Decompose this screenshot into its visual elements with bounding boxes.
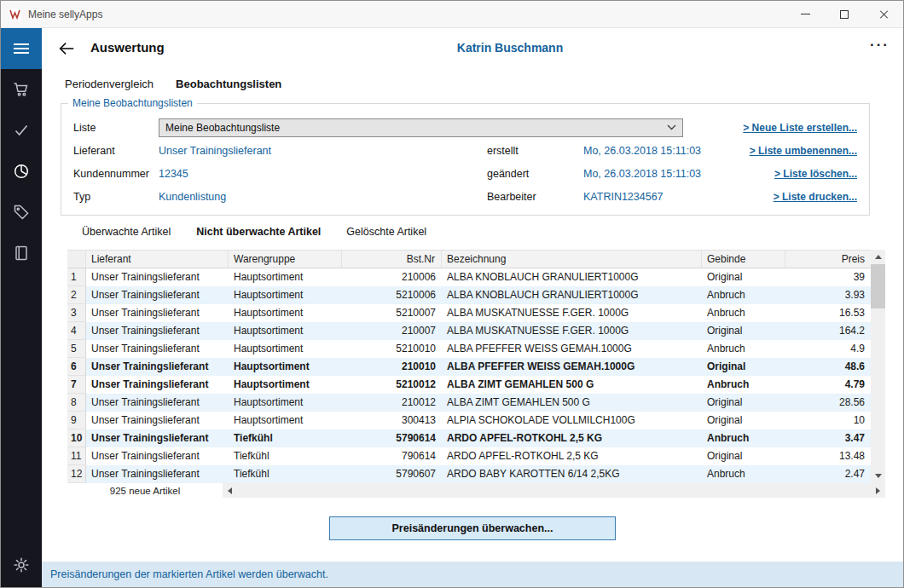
vertical-scrollbar xyxy=(871,250,885,483)
kundennummer-value: 12345 xyxy=(159,168,487,180)
vertical-scrollbar-thumb[interactable] xyxy=(871,264,885,308)
cell-gebinde: Anbruch xyxy=(702,340,785,358)
subtab-ueberwachte[interactable]: Überwachte Artikel xyxy=(82,226,171,243)
bearbeiter-label: Bearbeiter xyxy=(487,191,583,203)
minimize-button[interactable] xyxy=(785,1,825,28)
cell-gebinde: Anbruch xyxy=(702,465,785,483)
subtab-nicht-ueberwachte[interactable]: Nicht überwachte Artikel xyxy=(196,226,321,243)
settings-button[interactable] xyxy=(1,546,42,584)
header-warengruppe[interactable]: Warengruppe xyxy=(229,251,342,268)
scroll-left-button[interactable] xyxy=(223,483,237,498)
table-row[interactable]: 9 Unser Trainingslieferant Hauptsortimen… xyxy=(67,412,871,429)
table-row[interactable]: 8 Unser Trainingslieferant Hauptsortimen… xyxy=(67,394,871,412)
scroll-right-button[interactable] xyxy=(871,483,885,498)
header-bezeichnung[interactable]: Bezeichnung xyxy=(442,251,702,268)
scroll-up-button[interactable] xyxy=(871,250,885,264)
watch-price-changes-button[interactable]: Preisänderungen überwachen... xyxy=(329,516,616,540)
status-message: Preisänderungen der markierten Artikel w… xyxy=(50,568,328,580)
article-table-body: 1 Unser Trainingslieferant Hauptsortimen… xyxy=(67,268,871,483)
liste-dropdown[interactable]: Meine Beobachtungsliste xyxy=(159,118,683,137)
new-articles-count: 925 neue Artikel xyxy=(67,486,223,496)
table-row[interactable]: 10 Unser Trainingslieferant Tiefkühl 579… xyxy=(67,429,871,447)
more-button[interactable]: ··· xyxy=(870,37,890,54)
link-neue-liste[interactable]: > Neue Liste erstellen... xyxy=(743,122,857,134)
table-row[interactable]: 1 Unser Trainingslieferant Hauptsortimen… xyxy=(67,268,871,286)
cell-preis: 10 xyxy=(785,412,871,429)
cell-warengruppe: Hauptsortiment xyxy=(229,358,342,376)
cell-preis: 4.79 xyxy=(785,376,871,394)
cell-gebinde: Original xyxy=(702,358,785,376)
nav-catalog[interactable] xyxy=(1,233,42,274)
table-row[interactable]: 7 Unser Trainingslieferant Hauptsortimen… xyxy=(67,376,871,394)
header-preis[interactable]: Preis xyxy=(785,251,871,268)
link-liste-umbenennen[interactable]: > Liste umbenennen... xyxy=(750,145,857,157)
nav-orders[interactable] xyxy=(1,69,42,110)
cell-bstnr: 5210012 xyxy=(342,376,442,394)
nav-prices[interactable] xyxy=(1,192,42,233)
cell-warengruppe: Hauptsortiment xyxy=(229,340,342,358)
row-number: 9 xyxy=(67,412,86,429)
maximize-button[interactable] xyxy=(825,1,864,28)
status-bar: Preisänderungen der markierten Artikel w… xyxy=(42,562,903,587)
window-title: Meine sellyApps xyxy=(28,9,102,20)
tab-periodenvergleich[interactable]: Periodenvergleich xyxy=(65,78,154,96)
cell-warengruppe: Hauptsortiment xyxy=(229,268,342,286)
scroll-down-button[interactable] xyxy=(871,469,885,483)
link-liste-drucken[interactable]: > Liste drucken... xyxy=(774,191,857,203)
horizontal-scrollbar-track[interactable] xyxy=(237,483,871,498)
table-row[interactable]: 5 Unser Trainingslieferant Hauptsortimen… xyxy=(67,340,871,358)
table-row[interactable]: 3 Unser Trainingslieferant Hauptsortimen… xyxy=(67,304,871,322)
table-row[interactable]: 11 Unser Trainingslieferant Tiefkühl 790… xyxy=(67,447,871,465)
header-gebinde[interactable]: Gebinde xyxy=(702,251,785,268)
cell-bstnr: 210010 xyxy=(342,358,442,376)
row-number: 10 xyxy=(67,429,86,447)
row-number: 6 xyxy=(67,358,86,376)
menu-button[interactable] xyxy=(1,28,42,69)
header-lieferant[interactable]: Lieferant xyxy=(86,251,229,268)
header-bstnr[interactable]: Bst.Nr xyxy=(342,251,442,268)
cell-lieferant: Unser Trainingslieferant xyxy=(86,358,229,376)
liste-label: Liste xyxy=(73,122,159,134)
cell-preis: 3.93 xyxy=(785,286,871,304)
cell-bezeichnung: ALBA KNOBLAUCH GRANULIERT1000G xyxy=(442,268,702,286)
cell-preis: 164.2 xyxy=(785,322,871,340)
book-icon xyxy=(13,245,30,262)
cell-preis: 4.9 xyxy=(785,340,871,358)
cell-preis: 39 xyxy=(785,268,871,286)
nav-tasks[interactable] xyxy=(1,110,42,151)
arrow-right-icon xyxy=(876,487,880,494)
cell-bezeichnung: ALBA KNOBLAUCH GRANULIERT1000G xyxy=(442,286,702,304)
back-button[interactable] xyxy=(57,39,76,61)
tab-beobachtungslisten[interactable]: Beobachtungslisten xyxy=(176,78,281,96)
row-liste: Liste Meine Beobachtungsliste > Neue Lis… xyxy=(73,116,857,139)
cell-bezeichnung: ARDO BABY KAROTTEN 6/14 2,5KG xyxy=(442,465,702,483)
titlebar: Meine sellyApps xyxy=(1,1,903,28)
link-liste-loeschen[interactable]: > Liste löschen... xyxy=(774,168,857,180)
cell-gebinde: Anbruch xyxy=(702,304,785,322)
cell-bezeichnung: ALBA MUSKATNUESSE F.GER. 1000G xyxy=(442,304,702,322)
table-row[interactable]: 6 Unser Trainingslieferant Hauptsortimen… xyxy=(67,358,871,376)
maximize-icon xyxy=(840,10,849,19)
nav-analytics[interactable] xyxy=(1,151,42,192)
cell-gebinde: Anbruch xyxy=(702,376,785,394)
bearbeiter-value: KATRIN1234567 xyxy=(583,191,774,203)
cell-bstnr: 210006 xyxy=(342,268,442,286)
table-row[interactable]: 4 Unser Trainingslieferant Hauptsortimen… xyxy=(67,322,871,340)
cell-bezeichnung: ALPIA SCHOKOLADE VOLLMILCH100G xyxy=(442,412,702,429)
cell-gebinde: Original xyxy=(702,412,785,429)
cell-bezeichnung: ARDO APFEL-ROTKOHL 2,5 KG xyxy=(442,447,702,465)
app-logo-icon xyxy=(9,8,21,20)
subtab-geloeschte[interactable]: Gelöschte Artikel xyxy=(346,226,426,243)
table-row[interactable]: 2 Unser Trainingslieferant Hauptsortimen… xyxy=(67,286,871,304)
cell-lieferant: Unser Trainingslieferant xyxy=(86,465,229,483)
content: Auswertung Katrin Buschmann ··· Perioden… xyxy=(42,28,903,587)
cell-preis: 13.48 xyxy=(785,447,871,465)
cell-bstnr: 210007 xyxy=(342,322,442,340)
arrow-up-icon xyxy=(875,255,882,259)
cell-bstnr: 5210006 xyxy=(342,286,442,304)
cell-lieferant: Unser Trainingslieferant xyxy=(86,376,229,394)
cell-warengruppe: Tiefkühl xyxy=(229,465,342,483)
table-row[interactable]: 12 Unser Trainingslieferant Tiefkühl 579… xyxy=(67,465,871,483)
kundennummer-label: Kundennummer xyxy=(73,168,159,180)
close-button[interactable] xyxy=(864,1,903,28)
